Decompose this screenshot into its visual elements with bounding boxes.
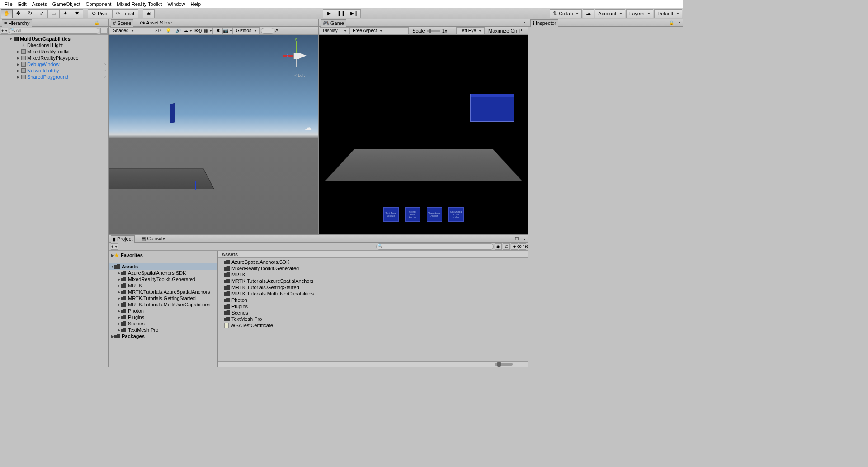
hierarchy-item[interactable]: MixedRealityToolkit bbox=[0, 48, 108, 55]
expand-arrow-icon[interactable] bbox=[117, 328, 121, 332]
game-viewport[interactable]: Start Azure Session Create Azure Anchor … bbox=[319, 35, 528, 234]
hierarchy-item[interactable]: DebugWindow› bbox=[0, 61, 108, 67]
gizmo-x-cone[interactable] bbox=[299, 53, 307, 58]
favorites-row[interactable]: Favorites bbox=[109, 252, 217, 259]
transform-tool[interactable]: ✦ bbox=[60, 9, 71, 18]
row-menu-icon[interactable]: › bbox=[104, 62, 106, 67]
layers-dropdown[interactable]: Layers bbox=[626, 9, 653, 18]
menu-help[interactable]: Help bbox=[188, 0, 204, 8]
aspect-dropdown[interactable]: Free Aspect bbox=[350, 27, 409, 34]
asset-size-slider[interactable] bbox=[218, 361, 528, 367]
hierarchy-item[interactable]: SharedPlayground› bbox=[0, 74, 108, 80]
asset-breadcrumb[interactable]: Assets bbox=[218, 251, 528, 258]
lighting-toggle[interactable]: 💡 bbox=[163, 27, 173, 34]
asset-item[interactable]: MRTK.Tutorials.GettingStarted bbox=[218, 284, 528, 291]
game-menu-icon[interactable]: ⋮ bbox=[523, 20, 526, 25]
asset-item[interactable]: WSATestCertificate bbox=[218, 322, 528, 329]
expand-arrow-icon[interactable] bbox=[16, 62, 20, 67]
hand-tool[interactable]: ✋ bbox=[1, 9, 13, 18]
expand-arrow-icon[interactable] bbox=[16, 50, 20, 54]
expand-arrow-icon[interactable] bbox=[117, 271, 121, 275]
camera-toggle[interactable]: 📷 bbox=[223, 27, 233, 34]
expand-arrow-icon[interactable] bbox=[117, 303, 121, 307]
account-dropdown[interactable]: Account bbox=[595, 9, 625, 18]
axis-gizmo[interactable]: z bbox=[282, 38, 309, 75]
pivot-toggle[interactable]: ⊙Pivot bbox=[88, 9, 113, 18]
project-tree-item[interactable]: MRTK.Tutorials.MultiUserCapabilities bbox=[109, 301, 217, 308]
project-tree-item[interactable]: Plugins bbox=[109, 314, 217, 320]
snap-tool[interactable]: ⊞ bbox=[143, 9, 155, 18]
scale-tool[interactable]: ⤢ bbox=[36, 9, 48, 18]
expand-arrow-icon[interactable] bbox=[117, 296, 121, 300]
scene-menu-icon[interactable]: ⋮ bbox=[313, 20, 316, 25]
gizmo-y-axis[interactable] bbox=[296, 41, 297, 53]
expand-arrow-icon[interactable] bbox=[117, 284, 121, 288]
expand-arrow-icon[interactable] bbox=[16, 69, 20, 73]
asset-item[interactable]: MixedRealityToolkit.Generated bbox=[218, 265, 528, 272]
gizmos-dropdown[interactable]: Gizmos bbox=[233, 27, 260, 34]
asset-item[interactable]: Plugins bbox=[218, 303, 528, 310]
expand-arrow-icon[interactable] bbox=[117, 309, 121, 313]
menu-assets[interactable]: Assets bbox=[29, 0, 50, 8]
rect-tool[interactable]: ▭ bbox=[48, 9, 60, 18]
asset-item[interactable]: Photon bbox=[218, 297, 528, 303]
project-tree-item[interactable]: AzureSpatialAnchors.SDK bbox=[109, 270, 217, 276]
asset-store-tab[interactable]: 🛍 Asset Store bbox=[138, 19, 174, 26]
menu-gameobject[interactable]: GameObject bbox=[50, 0, 83, 8]
slider-knob[interactable] bbox=[497, 362, 501, 367]
filter-by-label[interactable]: 🏷 bbox=[503, 243, 510, 250]
menu-window[interactable]: Window bbox=[165, 0, 188, 8]
project-menu-icon[interactable]: ⋮ bbox=[523, 236, 526, 241]
asset-item[interactable]: Scenes bbox=[218, 310, 528, 316]
draw-mode-dropdown[interactable]: Shaded bbox=[110, 27, 153, 34]
custom-tool[interactable]: ✖ bbox=[71, 9, 83, 18]
step-button[interactable]: ▶❙ bbox=[348, 9, 361, 18]
project-layout-icon[interactable]: ◫ bbox=[515, 236, 519, 241]
project-tab[interactable]: ▮ Project bbox=[111, 235, 135, 243]
hierarchy-menu-icon[interactable]: ⋮ bbox=[103, 20, 107, 25]
scale-slider[interactable] bbox=[427, 30, 440, 32]
hierarchy-filter[interactable]: ≣ bbox=[100, 28, 108, 34]
menu-file[interactable]: File bbox=[2, 0, 15, 8]
row-menu-icon[interactable]: › bbox=[104, 68, 106, 73]
scene-tab[interactable]: # Scene bbox=[111, 19, 133, 27]
console-tab[interactable]: ▤ Console bbox=[139, 235, 167, 242]
scene-row-menu-icon[interactable]: ⋮ bbox=[102, 37, 106, 41]
project-tree-item[interactable]: MRTK.Tutorials.AzureSpatialAnchors bbox=[109, 289, 217, 295]
inspector-menu-icon[interactable]: ⋮ bbox=[678, 20, 681, 25]
grid-toggle[interactable]: ▦ bbox=[203, 27, 213, 34]
row-menu-icon[interactable]: › bbox=[104, 75, 106, 79]
assets-root[interactable]: Assets bbox=[109, 263, 217, 270]
hierarchy-search[interactable]: All bbox=[9, 28, 99, 34]
expand-arrow-icon[interactable] bbox=[117, 290, 121, 294]
eye-dropdown[interactable]: Left Eye bbox=[456, 27, 485, 34]
expand-arrow-icon[interactable] bbox=[16, 75, 20, 79]
packages-root[interactable]: Packages bbox=[109, 333, 217, 339]
project-tree-item[interactable]: MixedRealityToolkit.Generated bbox=[109, 276, 217, 282]
maximize-label[interactable]: Maximize On P bbox=[488, 28, 522, 33]
expand-arrow-icon[interactable] bbox=[111, 253, 114, 257]
hidden-packages[interactable]: 👁16 bbox=[519, 243, 526, 250]
gizmo-center[interactable] bbox=[293, 53, 300, 59]
pause-button[interactable]: ❚❚ bbox=[335, 9, 348, 18]
cloud-button[interactable]: ☁ bbox=[583, 9, 594, 18]
scene-root[interactable]: MultiUserCapabilities ⋮ bbox=[0, 36, 108, 42]
expand-arrow-icon[interactable] bbox=[16, 56, 20, 60]
project-tree-item[interactable]: TextMesh Pro bbox=[109, 327, 217, 333]
project-tree-item[interactable]: Scenes bbox=[109, 320, 217, 327]
inspector-lock-icon[interactable]: 🔒 bbox=[669, 20, 674, 25]
expand-arrow-icon[interactable] bbox=[117, 315, 121, 319]
lock-icon[interactable]: 🔒 bbox=[94, 20, 99, 25]
audio-toggle[interactable]: 🔊 bbox=[173, 27, 183, 34]
filter-by-type[interactable]: ◉ bbox=[495, 243, 502, 250]
asset-item[interactable]: MRTK.Tutorials.AzureSpatialAnchors bbox=[218, 278, 528, 284]
move-tool[interactable]: ✥ bbox=[13, 9, 24, 18]
inspector-tab[interactable]: ℹ Inspector bbox=[530, 19, 558, 27]
expand-arrow-icon[interactable] bbox=[111, 334, 114, 338]
project-search[interactable] bbox=[376, 243, 494, 250]
gizmo-y-neg[interactable] bbox=[296, 59, 297, 67]
hierarchy-item[interactable]: Directional Light bbox=[0, 42, 108, 48]
game-tab[interactable]: 🎮 Game bbox=[321, 19, 346, 27]
expand-arrow-icon[interactable] bbox=[117, 322, 121, 326]
play-button[interactable]: ▶ bbox=[323, 9, 335, 18]
